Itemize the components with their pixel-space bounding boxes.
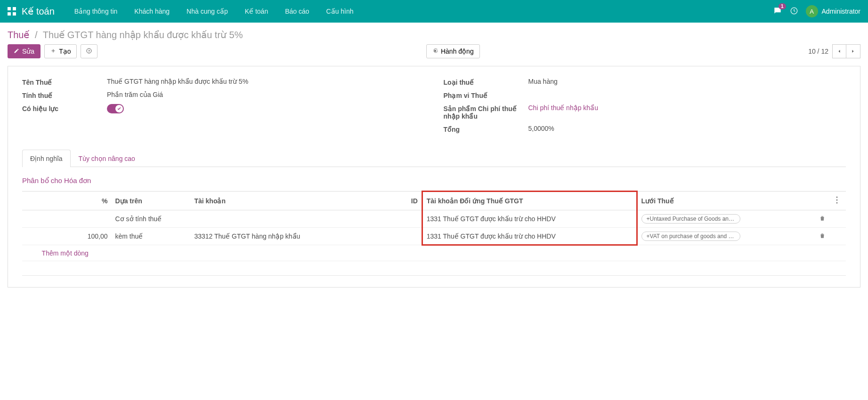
action-button[interactable]: Hành động xyxy=(426,44,480,58)
value-active xyxy=(107,104,425,115)
controlbar: Sửa Tạo ? Hành động 10 / 12 xyxy=(0,44,868,66)
col-based-on[interactable]: Dựa trên xyxy=(112,192,191,210)
col-options[interactable] xyxy=(832,192,846,210)
col-vat-account[interactable]: Tài khoản Đối ứng Thuế GTGT xyxy=(422,192,637,210)
user-menu[interactable]: A Administrator xyxy=(806,5,860,17)
cell-id xyxy=(388,210,422,228)
col-id[interactable]: ID xyxy=(388,192,422,210)
cell-tax-grid: +Untaxed Purchase of Goods and S… xyxy=(637,210,812,228)
cell-pct: 100,00 xyxy=(38,228,112,245)
nav-item-vendors[interactable]: Nhà cung cấp xyxy=(178,0,236,23)
field-tax-scope: Phạm vi Thuế xyxy=(444,91,846,99)
edit-button-label: Sửa xyxy=(22,48,34,55)
brand[interactable]: Kế toán xyxy=(22,6,55,17)
value-tax-type: Mua hàng xyxy=(528,78,846,85)
nav-item-reports[interactable]: Báo cáo xyxy=(276,0,317,23)
field-active: Có hiệu lực xyxy=(22,104,425,115)
nav-item-dashboard[interactable]: Bảng thông tin xyxy=(66,0,126,23)
tax-grid-tag[interactable]: +VAT on purchase of goods and ser… xyxy=(641,232,740,241)
trash-icon xyxy=(819,233,826,240)
pager-buttons xyxy=(832,44,860,58)
cell-account: 33312 Thuế GTGT hàng nhập khẩu xyxy=(190,228,388,245)
sheet-outer: Tên Thuế Thuế GTGT hàng nhập khẩu được k… xyxy=(0,66,868,302)
value-tax-name: Thuế GTGT hàng nhập khẩu được khấu trừ 5… xyxy=(107,78,425,85)
activity-icon[interactable] xyxy=(790,7,798,16)
svg-rect-3 xyxy=(13,12,16,16)
breadcrumb-sep: / xyxy=(35,30,38,40)
kebab-icon xyxy=(836,198,838,205)
label-tax-type: Loại thuế xyxy=(444,78,528,86)
nav-item-accounting[interactable]: Kế toán xyxy=(236,0,276,23)
cell-tax-grid: +VAT on purchase of goods and ser… xyxy=(637,228,812,245)
avatar: A xyxy=(806,5,818,17)
add-line-cell: Thêm một dòng xyxy=(38,245,846,261)
section-divider xyxy=(22,275,846,276)
add-line-link[interactable]: Thêm một dòng xyxy=(42,249,89,257)
cell-empty xyxy=(832,210,846,228)
table-row[interactable]: 100,00 kèm thuế 33312 Thuế GTGT hàng nhậ… xyxy=(22,228,846,245)
controlbar-right: 10 / 12 xyxy=(808,44,860,58)
tab-advanced[interactable]: Tùy chọn nâng cao xyxy=(71,150,143,167)
topnav-right: 1 A Administrator xyxy=(773,5,860,17)
row-delete[interactable] xyxy=(812,228,832,245)
drag-handle xyxy=(22,210,38,228)
create-button[interactable]: Tạo xyxy=(44,44,77,58)
action-button-label: Hành động xyxy=(441,48,474,55)
breadcrumb: Thuế / Thuế GTGT hàng nhập khẩu được khấ… xyxy=(0,23,868,44)
cell-based-on: kèm thuế xyxy=(112,228,191,245)
cell-pct xyxy=(38,210,112,228)
table-row[interactable]: Cơ sở tính thuế 1331 Thuế GTGT được khấu… xyxy=(22,210,846,228)
messages-badge: 1 xyxy=(779,3,786,9)
pager-prev-button[interactable] xyxy=(832,44,846,58)
svg-point-10 xyxy=(836,202,838,203)
active-toggle[interactable] xyxy=(107,104,124,113)
cell-empty xyxy=(22,245,38,261)
value-import-product[interactable]: Chi phí thuế nhập khẩu xyxy=(528,104,846,112)
pager-text[interactable]: 10 / 12 xyxy=(808,48,828,55)
apps-icon[interactable] xyxy=(8,7,16,16)
chevron-right-icon xyxy=(850,48,856,54)
col-account[interactable]: Tài khoản xyxy=(190,192,388,210)
drag-handle xyxy=(22,228,38,245)
allocation-table: % Dựa trên Tài khoản ID Tài khoản Đối ứn… xyxy=(22,191,846,261)
cell-vat-account: 1331 Thuế GTGT được khấu trừ cho HHDV xyxy=(422,228,637,245)
edit-button[interactable]: Sửa xyxy=(8,44,41,58)
controlbar-left: Sửa Tạo ? xyxy=(8,44,97,58)
user-name: Administrator xyxy=(822,8,860,15)
gear-icon xyxy=(432,48,438,55)
svg-text:?: ? xyxy=(88,49,90,53)
svg-point-9 xyxy=(836,199,838,200)
pager-next-button[interactable] xyxy=(846,44,860,58)
nav-item-customers[interactable]: Khách hàng xyxy=(126,0,178,23)
svg-rect-1 xyxy=(13,7,16,10)
nav-items: Bảng thông tin Khách hàng Nhà cung cấp K… xyxy=(66,0,362,23)
nav-item-configuration[interactable]: Cấu hình xyxy=(318,0,362,23)
field-import-product: Sản phẩm Chi phí thuế nhập khẩu Chi phí … xyxy=(444,104,846,120)
field-tax-computation: Tính thuế Phần trăm của Giá xyxy=(22,91,425,99)
tabs: Định nghĩa Tùy chọn nâng cao xyxy=(22,149,846,167)
form-grid: Tên Thuế Thuế GTGT hàng nhập khẩu được k… xyxy=(22,78,846,138)
svg-point-7 xyxy=(434,50,436,52)
breadcrumb-parent[interactable]: Thuế xyxy=(8,30,29,40)
trash-icon xyxy=(819,216,826,223)
messages-button[interactable]: 1 xyxy=(773,6,782,17)
help-button[interactable]: ? xyxy=(81,44,97,58)
label-total: Tổng xyxy=(444,125,528,133)
pencil-icon xyxy=(14,48,19,55)
topnav-left: Kế toán Bảng thông tin Khách hàng Nhà cu… xyxy=(8,0,362,23)
col-pct[interactable]: % xyxy=(38,192,112,210)
label-active: Có hiệu lực xyxy=(22,104,107,112)
tax-grid-tag[interactable]: +Untaxed Purchase of Goods and S… xyxy=(641,214,740,224)
col-tax-grid[interactable]: Lưới Thuế xyxy=(637,192,812,210)
cell-vat-account: 1331 Thuế GTGT được khấu trừ cho HHDV xyxy=(422,210,637,228)
cell-account xyxy=(190,210,388,228)
chevron-left-icon xyxy=(836,48,842,54)
form-col-right: Loại thuế Mua hàng Phạm vi Thuế Sản phẩm… xyxy=(444,78,846,138)
tab-definition[interactable]: Định nghĩa xyxy=(22,150,71,167)
plus-icon xyxy=(50,48,56,55)
value-tax-computation: Phần trăm của Giá xyxy=(107,91,425,98)
topnav: Kế toán Bảng thông tin Khách hàng Nhà cu… xyxy=(0,0,868,23)
cell-empty xyxy=(832,228,846,245)
svg-rect-0 xyxy=(8,7,11,10)
row-delete[interactable] xyxy=(812,210,832,228)
